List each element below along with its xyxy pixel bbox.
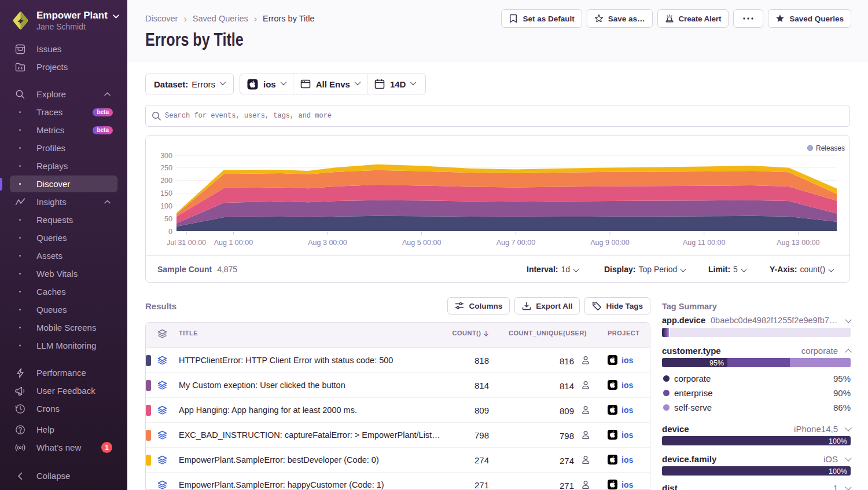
svg-text:0: 0 [168,228,172,236]
svg-text:200: 200 [160,177,172,185]
svg-text:Releases: Releases [816,144,845,152]
svg-text:Jul 31 00:00: Jul 31 00:00 [167,239,206,247]
svg-text:Aug 1 00:00: Aug 1 00:00 [214,239,253,247]
svg-text:100: 100 [160,202,172,210]
svg-text:Aug 7 00:00: Aug 7 00:00 [496,239,535,247]
svg-text:Aug 3 00:00: Aug 3 00:00 [308,239,347,247]
svg-text:Aug 11 00:00: Aug 11 00:00 [683,239,725,247]
svg-text:300: 300 [160,152,172,160]
svg-text:50: 50 [164,215,172,223]
svg-text:Aug 9 00:00: Aug 9 00:00 [590,239,629,247]
svg-text:150: 150 [160,189,172,198]
svg-text:250: 250 [160,164,172,172]
svg-text:Aug 5 00:00: Aug 5 00:00 [402,239,441,247]
svg-text:Aug 13 00:00: Aug 13 00:00 [777,239,819,247]
